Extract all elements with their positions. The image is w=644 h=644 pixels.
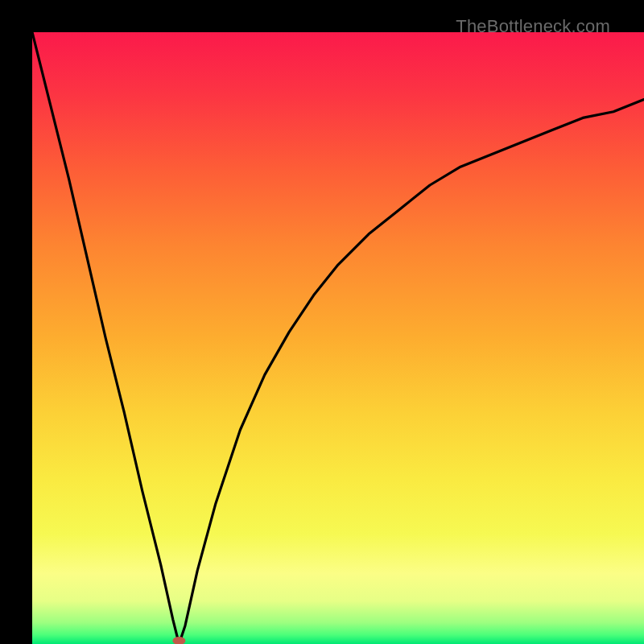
- chart-background: [32, 32, 644, 644]
- chart-svg: [32, 32, 644, 644]
- watermark-text: TheBottleneck.com: [456, 16, 610, 37]
- chart-frame: TheBottleneck.com: [0, 0, 644, 644]
